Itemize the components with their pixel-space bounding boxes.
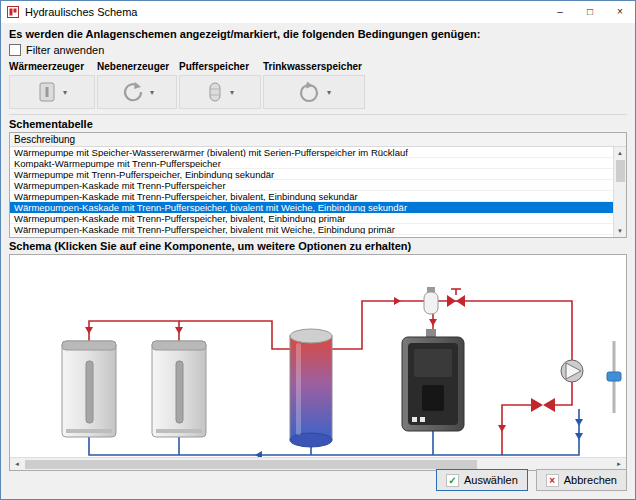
minimize-button[interactable]: – xyxy=(545,1,575,23)
dhw-tank-icon xyxy=(297,80,321,104)
chevron-down-icon[interactable]: ▾ xyxy=(327,88,331,97)
table-row[interactable]: Kompakt-Wärmepumpe mit Trenn-Pufferspeic… xyxy=(10,158,613,169)
buffer-tank-icon xyxy=(206,80,224,104)
check-icon: ✓ xyxy=(446,474,459,487)
close-button[interactable]: × xyxy=(605,1,635,23)
filter-column-label: Wärmeerzeuger xyxy=(9,61,95,72)
filter-column-trinkwasserspeicher: Trinkwasserspeicher ▾ xyxy=(263,61,365,109)
pufferspeicher-dropdown[interactable]: ▾ xyxy=(179,75,261,109)
schema-canvas: ◄ ► xyxy=(9,254,627,471)
circulation-pump[interactable] xyxy=(561,360,583,382)
app-icon xyxy=(7,6,19,18)
chevron-down-icon[interactable]: ▾ xyxy=(150,88,154,97)
zoom-slider[interactable] xyxy=(607,341,621,413)
hydraulic-schema-dialog: Hydraulisches Schema – □ × Es werden die… xyxy=(0,0,636,500)
auxiliary-generator-icon xyxy=(120,80,144,104)
heat-pump-2[interactable] xyxy=(152,341,206,437)
scrollbar-thumb[interactable] xyxy=(616,160,625,182)
hydraulic-schema-drawing xyxy=(10,255,626,459)
table-row[interactable]: Wärmepumpen-Kaskade mit Trenn-Pufferspei… xyxy=(10,180,613,191)
table-body: Wärmepumpe mit Speicher-Wassererwärmer (… xyxy=(10,147,613,237)
table-vertical-scrollbar[interactable]: ▲ ▼ xyxy=(613,147,626,237)
schema-section-label: Schema (Klicken Sie auf eine Komponente,… xyxy=(9,240,627,252)
cancel-button-label: Abbrechen xyxy=(564,474,617,486)
filter-checkbox[interactable] xyxy=(9,44,21,56)
cancel-button[interactable]: × Abbrechen xyxy=(536,469,627,491)
cross-icon: × xyxy=(546,474,559,487)
filter-heading: Es werden die Anlagenschemen angezeigt/m… xyxy=(9,28,627,40)
filter-columns: Wärmeerzeuger ▾ Nebenerzeuger ▾ xyxy=(9,61,627,109)
window-title: Hydraulisches Schema xyxy=(25,6,138,18)
trinkwasserspeicher-dropdown[interactable]: ▾ xyxy=(263,75,365,109)
chevron-down-icon[interactable]: ▾ xyxy=(63,88,67,97)
table-row[interactable]: Wärmepumpen-Kaskade mit Trenn-Pufferspei… xyxy=(10,191,613,202)
table-row[interactable]: Wärmepumpen-Kaskade mit Trenn-Pufferspei… xyxy=(10,213,613,224)
table-row[interactable]: Wärmepumpe mit Speicher-Wassererwärmer (… xyxy=(10,147,613,158)
dialog-content: Es werden die Anlagenschemen angezeigt/m… xyxy=(1,23,635,500)
table-row[interactable]: Wärmepumpe mit Trenn-Pufferspeicher, Ein… xyxy=(10,169,613,180)
separator xyxy=(9,114,627,115)
select-button[interactable]: ✓ Auswählen xyxy=(436,469,528,491)
safety-valve[interactable] xyxy=(447,289,465,307)
table-section-label: Schementabelle xyxy=(9,118,627,130)
filter-column-waermeerzeuger: Wärmeerzeuger ▾ xyxy=(9,61,95,109)
nebenerzeuger-dropdown[interactable]: ▾ xyxy=(97,75,177,109)
heat-pump-1[interactable] xyxy=(62,341,116,437)
filter-checkbox-row: Filter anwenden xyxy=(9,44,627,56)
mixing-valve[interactable] xyxy=(531,398,555,412)
table-row[interactable]: Wärmepumpen-Kaskade mit Trenn-Pufferspei… xyxy=(10,202,613,213)
table-row[interactable]: Wärmepumpen-Kaskade mit Trenn-Pufferspei… xyxy=(10,235,613,237)
table-row[interactable]: Wärmepumpen-Kaskade mit Trenn-Pufferspei… xyxy=(10,224,613,235)
filter-column-label: Pufferspeicher xyxy=(179,61,261,72)
filter-column-label: Trinkwasserspeicher xyxy=(263,61,365,72)
heat-generator-icon xyxy=(37,80,57,104)
filter-checkbox-label: Filter anwenden xyxy=(26,44,104,56)
waermeerzeuger-dropdown[interactable]: ▾ xyxy=(9,75,95,109)
filter-column-nebenerzeuger: Nebenerzeuger ▾ xyxy=(97,61,177,109)
titlebar[interactable]: Hydraulisches Schema – □ × xyxy=(1,1,635,23)
expansion-vessel[interactable] xyxy=(424,287,438,314)
scroll-up-icon[interactable]: ▲ xyxy=(614,147,626,159)
schema-table: Beschreibung Wärmepumpe mit Speicher-Was… xyxy=(9,132,627,238)
scroll-down-icon[interactable]: ▼ xyxy=(614,225,626,237)
dialog-footer: ✓ Auswählen × Abbrechen xyxy=(436,469,627,491)
scroll-left-icon[interactable]: ◄ xyxy=(10,458,24,470)
filter-column-pufferspeicher: Pufferspeicher ▾ xyxy=(179,61,261,109)
boiler[interactable] xyxy=(402,329,464,431)
filter-column-label: Nebenerzeuger xyxy=(97,61,177,72)
scrollbar-thumb[interactable] xyxy=(25,460,477,469)
maximize-button[interactable]: □ xyxy=(575,1,605,23)
chevron-down-icon[interactable]: ▾ xyxy=(230,88,234,97)
select-button-label: Auswählen xyxy=(464,474,518,486)
table-column-header[interactable]: Beschreibung xyxy=(10,133,626,147)
buffer-tank[interactable] xyxy=(290,329,332,447)
